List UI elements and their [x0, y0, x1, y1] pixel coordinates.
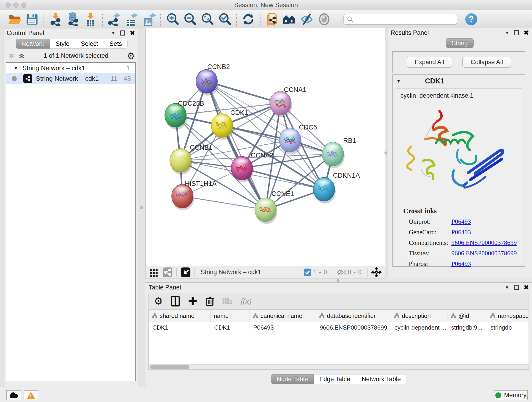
scrollbar-handle[interactable] — [150, 365, 190, 369]
cell-description[interactable]: cyclin-dependent ... — [391, 324, 447, 331]
search-field[interactable] — [343, 14, 457, 25]
expand-all-button[interactable]: Expand All — [407, 57, 452, 68]
cell-namespace[interactable]: stringdb — [487, 324, 532, 331]
cell-database-identifier[interactable]: 9606.ENSP00000378699 — [316, 324, 391, 331]
column-header-description[interactable]: description — [391, 310, 447, 322]
warnings-button[interactable] — [24, 390, 38, 400]
import-table-from-file-button[interactable] — [82, 12, 99, 27]
delete-table-icon[interactable] — [222, 297, 233, 306]
tab-network-table[interactable]: Network Table — [356, 374, 407, 384]
collapse-all-button[interactable]: Collapse All — [462, 57, 511, 68]
function-builder-icon[interactable]: f(x) — [241, 297, 251, 306]
section-expander-icon[interactable]: ▼ — [396, 78, 401, 84]
gene-section-header[interactable]: ▼ CDK1 — [393, 75, 525, 87]
zoom-fit-content-button[interactable] — [199, 12, 216, 27]
tab-network[interactable]: Network — [16, 39, 50, 49]
export-table-button[interactable] — [123, 12, 140, 27]
save-session-button[interactable] — [23, 12, 41, 27]
tab-style[interactable]: Style — [50, 39, 75, 49]
tab-string[interactable]: String — [446, 38, 474, 48]
help-button[interactable]: ? — [465, 13, 477, 25]
tab-edge-table[interactable]: Edge Table — [314, 374, 356, 384]
crosslink-link[interactable]: 9606.ENSP00000378699 — [451, 249, 517, 257]
zoom-in-button[interactable] — [164, 12, 181, 27]
open-session-button[interactable] — [6, 12, 23, 27]
import-network-from-database-button[interactable] — [64, 12, 82, 27]
panel-menu-icon[interactable]: ▼ — [505, 30, 510, 36]
network-node-CDK1[interactable]: CDK1 — [211, 109, 248, 140]
cell-name[interactable]: CDK1 — [210, 324, 249, 331]
network-node-RB1[interactable]: RB1 — [322, 137, 356, 168]
hidden-eye-icon[interactable] — [337, 269, 346, 276]
panel-menu-icon[interactable]: ▼ — [505, 285, 510, 290]
network-node-CCNE1[interactable]: CCNE1 — [255, 190, 294, 224]
network-node-CDC25B[interactable]: CDC25B — [165, 100, 204, 129]
fit-selected-crosshair-icon[interactable] — [371, 267, 381, 277]
window-minimize-button[interactable] — [13, 2, 19, 8]
enhanced-graphics-toggle-button[interactable] — [298, 12, 316, 27]
open-in-new-window-icon[interactable] — [180, 267, 191, 278]
network-view-canvas[interactable]: CCNB2CCNA1CDC25BCDK1CDC6RB1CCNB1CCNA2CDK… — [146, 28, 385, 266]
zoom-out-button[interactable] — [181, 12, 199, 27]
column-header-@id[interactable]: @id — [447, 310, 487, 322]
selected-checkbox-icon[interactable] — [304, 268, 311, 276]
string-share-icon[interactable] — [162, 267, 173, 278]
panel-float-icon[interactable] — [514, 285, 519, 290]
export-network-button[interactable] — [105, 12, 123, 27]
panel-float-icon[interactable] — [120, 31, 125, 36]
tab-select[interactable]: Select — [75, 39, 104, 49]
show-graphics-details-button[interactable] — [316, 12, 333, 27]
network-node-CDC6[interactable]: CDC6 — [279, 123, 317, 154]
grid-icon[interactable] — [149, 267, 159, 277]
table-row[interactable]: CDK1CDK1P064939606.ENSP00000378699cyclin… — [149, 322, 529, 333]
crosslink-link[interactable]: P06493 — [451, 260, 471, 268]
column-header-namespace[interactable]: namespace — [487, 310, 532, 322]
network-collection-row[interactable]: ▼ String Network – cdk1 1 — [6, 63, 135, 73]
window-zoom-button[interactable] — [21, 2, 26, 8]
window-close-button[interactable] — [6, 2, 11, 8]
left-divider-handle[interactable] — [140, 206, 143, 209]
crosslink-link[interactable]: P06493 — [451, 218, 471, 225]
panel-close-icon[interactable]: ✖ — [524, 284, 529, 291]
clone-network-button[interactable] — [263, 12, 281, 27]
import-network-from-file-button[interactable] — [47, 12, 64, 27]
table-horizontal-scrollbar[interactable] — [149, 364, 529, 370]
panel-float-icon[interactable] — [514, 30, 519, 35]
delete-column-trash-icon[interactable] — [205, 296, 215, 307]
panel-menu-icon[interactable]: ▼ — [111, 31, 116, 36]
cell-shared-name[interactable]: CDK1 — [149, 324, 210, 331]
string-home-button[interactable] — [281, 12, 298, 27]
column-header-shared-name[interactable]: shared name — [149, 310, 210, 322]
network-node-CCNA1[interactable]: CCNA1 — [270, 86, 306, 117]
crosslink-link[interactable]: P06493 — [451, 229, 471, 236]
cloud-button[interactable] — [6, 390, 21, 400]
zoom-selected-button[interactable] — [216, 12, 234, 27]
table-settings-gear-icon[interactable]: ⚙ — [154, 296, 163, 306]
collapse-all-icon[interactable] — [7, 52, 15, 59]
divider-handle[interactable] — [336, 279, 340, 282]
show-columns-icon[interactable] — [171, 296, 180, 307]
edge-CCNB2-CCNE1[interactable] — [207, 81, 266, 210]
crosslink-link[interactable]: 9606.ENSP00000378699 — [451, 239, 517, 246]
tree-expander-icon[interactable]: ▼ — [13, 65, 18, 71]
apply-layout-button[interactable] — [240, 12, 257, 27]
tab-sets[interactable]: Sets — [104, 39, 128, 49]
column-header-name[interactable]: name — [210, 310, 249, 322]
cell-@id[interactable]: stringdb:9... — [447, 324, 487, 331]
network-node-HIST1H1A[interactable]: HIST1H1A — [172, 180, 217, 211]
cell-canonical-name[interactable]: P06493 — [249, 324, 316, 331]
network-node-CCNB2[interactable]: CCNB2 — [196, 63, 230, 96]
expand-all-icon[interactable] — [18, 52, 25, 59]
search-input[interactable] — [354, 16, 450, 23]
panel-close-icon[interactable]: ✖ — [130, 29, 135, 37]
export-image-button[interactable] — [140, 12, 158, 27]
panel-close-icon[interactable]: ✖ — [524, 29, 529, 36]
gear-icon[interactable]: ⚙ — [127, 52, 135, 59]
add-column-icon[interactable] — [188, 296, 197, 306]
memory-button[interactable]: Memory — [494, 390, 528, 400]
network-row-selected[interactable]: String Network – cdk1 11 48 — [6, 73, 135, 84]
column-header-canonical-name[interactable]: canonical name — [249, 310, 316, 322]
tab-node-table[interactable]: Node Table — [271, 374, 314, 384]
network-node-CDKN1A[interactable]: CDKN1A — [313, 172, 360, 204]
column-header-database-identifier[interactable]: database identifier — [316, 310, 391, 322]
